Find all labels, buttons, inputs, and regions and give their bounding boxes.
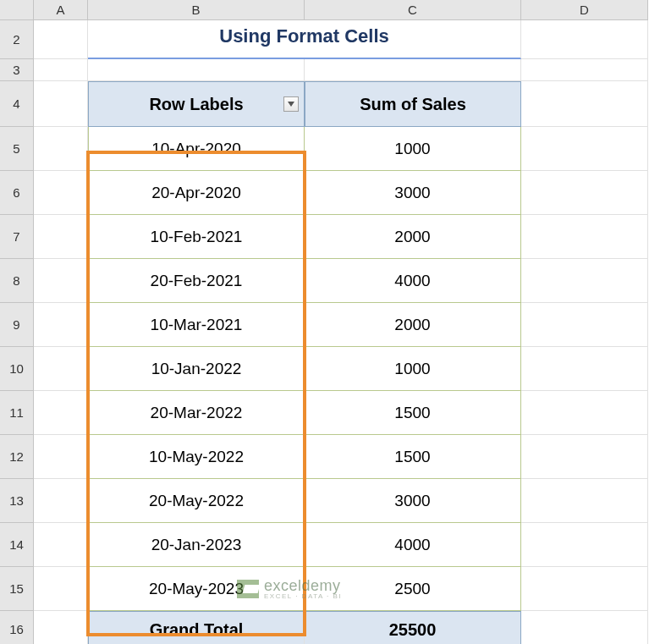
table-row[interactable]: 20-Mar-2022 [88, 391, 305, 435]
cell-A13[interactable] [34, 479, 88, 523]
cell-A12[interactable] [34, 435, 88, 479]
cell-C3[interactable] [305, 59, 521, 81]
cell-D5[interactable] [521, 127, 648, 171]
table-row[interactable]: 4000 [305, 259, 521, 303]
table-row[interactable]: 10-Feb-2021 [88, 215, 305, 259]
table-row[interactable]: 1000 [305, 347, 521, 391]
row-header-2[interactable]: 2 [0, 20, 34, 59]
cell-A3[interactable] [34, 59, 88, 81]
cell-A11[interactable] [34, 391, 88, 435]
col-header-B[interactable]: B [88, 0, 305, 20]
table-row[interactable]: 2000 [305, 215, 521, 259]
row-header-4[interactable]: 4 [0, 81, 34, 127]
filter-dropdown-icon[interactable] [283, 96, 299, 112]
grand-total-label[interactable]: Grand Total [88, 611, 305, 644]
cell-D10[interactable] [521, 347, 648, 391]
col-header-C[interactable]: C [305, 0, 521, 20]
cell-A4[interactable] [34, 81, 88, 127]
cell-D14[interactable] [521, 523, 648, 567]
cell-A16[interactable] [34, 611, 88, 644]
row-header-16[interactable]: 16 [0, 611, 34, 644]
row-header-12[interactable]: 12 [0, 435, 34, 479]
table-row[interactable]: 20-May-2022 [88, 479, 305, 523]
cell-D6[interactable] [521, 171, 648, 215]
table-row[interactable]: 1000 [305, 127, 521, 171]
row-header-7[interactable]: 7 [0, 215, 34, 259]
table-row[interactable]: 10-Mar-2021 [88, 303, 305, 347]
table-row[interactable]: 3000 [305, 479, 521, 523]
table-row[interactable]: 10-May-2022 [88, 435, 305, 479]
table-row[interactable]: 20-Feb-2021 [88, 259, 305, 303]
cell-D3[interactable] [521, 59, 648, 81]
grand-total-value[interactable]: 25500 [305, 611, 521, 644]
cell-A8[interactable] [34, 259, 88, 303]
page-title[interactable]: Using Format Cells [88, 20, 521, 59]
spreadsheet-grid[interactable]: A B C D 2 Using Format Cells 3 4 Row Lab… [0, 0, 649, 644]
cell-D11[interactable] [521, 391, 648, 435]
cell-A7[interactable] [34, 215, 88, 259]
cell-D16[interactable] [521, 611, 648, 644]
cell-D12[interactable] [521, 435, 648, 479]
row-header-13[interactable]: 13 [0, 479, 34, 523]
select-all-corner[interactable] [0, 0, 34, 20]
cell-D13[interactable] [521, 479, 648, 523]
cell-D8[interactable] [521, 259, 648, 303]
cell-D2[interactable] [521, 20, 648, 59]
table-row[interactable]: 10-Jan-2022 [88, 347, 305, 391]
table-row[interactable]: 20-Jan-2023 [88, 523, 305, 567]
table-row[interactable]: 10-Apr-2020 [88, 127, 305, 171]
pivot-header-rowlabels[interactable]: Row Labels [88, 81, 305, 127]
table-row[interactable]: 20-Apr-2020 [88, 171, 305, 215]
cell-A9[interactable] [34, 303, 88, 347]
table-row[interactable]: 2500 [305, 567, 521, 611]
table-row[interactable]: 4000 [305, 523, 521, 567]
row-header-3[interactable]: 3 [0, 59, 34, 81]
row-header-10[interactable]: 10 [0, 347, 34, 391]
pivot-header-sumsales[interactable]: Sum of Sales [305, 81, 521, 127]
row-header-5[interactable]: 5 [0, 127, 34, 171]
cell-A5[interactable] [34, 127, 88, 171]
row-header-8[interactable]: 8 [0, 259, 34, 303]
cell-D4[interactable] [521, 81, 648, 127]
table-row[interactable]: 1500 [305, 435, 521, 479]
table-row[interactable]: 1500 [305, 391, 521, 435]
cell-A6[interactable] [34, 171, 88, 215]
cell-A15[interactable] [34, 567, 88, 611]
svg-marker-0 [288, 102, 294, 107]
row-header-6[interactable]: 6 [0, 171, 34, 215]
table-row[interactable]: 2000 [305, 303, 521, 347]
table-row[interactable]: 20-May-2023 [88, 567, 305, 611]
row-header-15[interactable]: 15 [0, 567, 34, 611]
table-row[interactable]: 3000 [305, 171, 521, 215]
cell-B3[interactable] [88, 59, 305, 81]
cell-A2[interactable] [34, 20, 88, 59]
cell-A14[interactable] [34, 523, 88, 567]
cell-D9[interactable] [521, 303, 648, 347]
row-header-14[interactable]: 14 [0, 523, 34, 567]
col-header-A[interactable]: A [34, 0, 88, 20]
cell-D7[interactable] [521, 215, 648, 259]
row-header-9[interactable]: 9 [0, 303, 34, 347]
pivot-header-rowlabels-text: Row Labels [149, 95, 243, 114]
cell-D15[interactable] [521, 567, 648, 611]
col-header-D[interactable]: D [521, 0, 648, 20]
row-header-11[interactable]: 11 [0, 391, 34, 435]
cell-A10[interactable] [34, 347, 88, 391]
